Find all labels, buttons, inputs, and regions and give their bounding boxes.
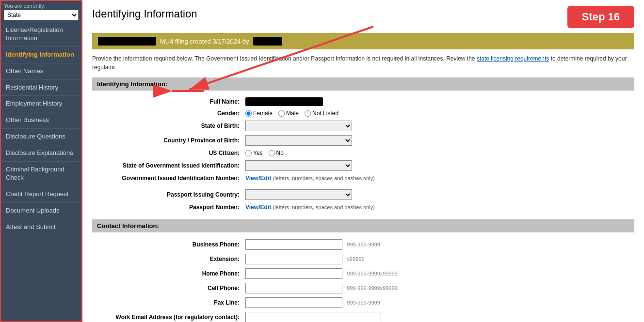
- sidebar-item-employment-history[interactable]: Employment History: [1, 96, 81, 112]
- extension-input[interactable]: [245, 254, 342, 264]
- work-email-input[interactable]: [245, 312, 381, 322]
- redacted-user: [253, 37, 282, 46]
- state-gov-id-select[interactable]: [245, 160, 352, 171]
- sidebar-item-attest-and-submit[interactable]: Attest and Submit: [1, 219, 81, 236]
- sidebar: You are currently: State License/Registr…: [0, 0, 82, 322]
- contact-section-header: Contact Information:: [92, 219, 634, 232]
- sidebar-item-document-uploads[interactable]: Document Uploads: [1, 203, 81, 219]
- sidebar-nav: License/Registration InformationIdentify…: [1, 22, 81, 235]
- business-phone-hint: 999-999-9999: [347, 242, 380, 247]
- page-title: Identifying Information: [92, 8, 197, 20]
- cell-phone-input[interactable]: [245, 283, 342, 293]
- step-badge: Step 16: [567, 6, 634, 28]
- us-citizen-yes-radio[interactable]: [245, 150, 252, 156]
- gender-radio-group: Female Male Not Listed: [245, 110, 631, 117]
- business-phone-label: Business Phone:: [92, 237, 242, 252]
- us-citizen-yes-option[interactable]: Yes: [245, 150, 263, 156]
- sidebar-item-criminal-background-check[interactable]: Criminal Background Check: [1, 162, 81, 186]
- passport-hint: (letters, numbers, spaces and dashes onl…: [273, 204, 374, 210]
- work-email-label: Work Email Address (for regulatory conta…: [92, 310, 242, 322]
- gender-label: Gender:: [92, 108, 242, 119]
- gov-id-hint: (letters, numbers, spaces and dashes onl…: [273, 175, 374, 181]
- us-citizen-radio-group: Yes No: [245, 150, 631, 156]
- sidebar-item-residential-history[interactable]: Residential History: [1, 80, 81, 96]
- main-content: Identifying Information Step 16 MU4 fili…: [82, 0, 644, 322]
- us-citizen-label: US Citizen:: [92, 148, 242, 158]
- us-citizen-no-option[interactable]: No: [269, 150, 284, 156]
- fax-line-input[interactable]: [245, 297, 342, 308]
- state-label-text: You are currently:: [4, 3, 79, 9]
- full-name-value: [242, 95, 634, 108]
- filing-banner: MU4 filing created 3/17/2024 by: [92, 33, 634, 49]
- full-name-label: Full Name:: [92, 95, 242, 108]
- cell-phone-hint: 999-999-9999x99999: [347, 285, 398, 291]
- country-birth-label: Country / Province of Birth:: [92, 133, 242, 148]
- sidebar-item-other-business[interactable]: Other Business: [1, 112, 81, 129]
- identifying-section-header: Identifying Information:: [92, 77, 634, 91]
- country-birth-select[interactable]: [245, 135, 352, 146]
- us-citizen-no-radio[interactable]: [269, 150, 275, 156]
- sidebar-item-license-registration[interactable]: License/Registration Information: [1, 22, 81, 47]
- extension-hint: x99999: [347, 256, 364, 262]
- redacted-name: [98, 37, 156, 46]
- gender-not-listed-radio[interactable]: [305, 110, 311, 117]
- cell-phone-label: Cell Phone:: [92, 281, 242, 295]
- filing-text: MU4 filing created 3/17/2024 by: [160, 38, 249, 45]
- state-licensing-link[interactable]: state licensing requirements: [477, 55, 549, 62]
- redacted-full-name: [245, 97, 323, 106]
- description-text: Provide the information required below. …: [92, 54, 634, 72]
- identifying-form-table: Full Name: Gender: Female Male: [92, 95, 634, 213]
- passport-country-label: Passport Issuing Country:: [92, 187, 242, 202]
- gender-not-listed-option[interactable]: Not Listed: [305, 110, 338, 117]
- passport-country-select[interactable]: [245, 189, 352, 200]
- sidebar-item-other-names[interactable]: Other Names: [1, 63, 81, 80]
- fax-line-label: Fax Line:: [92, 295, 242, 310]
- passport-number-label: Passport Number:: [92, 202, 242, 213]
- business-phone-input[interactable]: [245, 239, 342, 250]
- passport-view-edit-link[interactable]: View/Edit: [245, 204, 271, 211]
- gender-female-option[interactable]: Female: [245, 110, 273, 117]
- gender-female-radio[interactable]: [245, 110, 252, 117]
- home-phone-input[interactable]: [245, 268, 342, 279]
- sidebar-item-identifying-information[interactable]: Identifying Information: [1, 47, 81, 63]
- contact-form-table: Business Phone: 999-999-9999 Extension: …: [92, 237, 634, 322]
- fax-hint: 999-999-9999: [347, 300, 380, 306]
- gender-male-radio[interactable]: [278, 110, 285, 117]
- sidebar-item-disclosure-questions[interactable]: Disclosure Questions: [1, 129, 81, 145]
- state-dropdown[interactable]: State: [4, 10, 79, 20]
- home-phone-label: Home Phone:: [92, 266, 242, 281]
- gender-male-option[interactable]: Male: [278, 110, 299, 117]
- home-phone-hint: 999-999-9999x99999: [347, 271, 398, 276]
- state-selector-row: You are currently: State: [1, 1, 81, 22]
- sidebar-item-disclosure-explanations[interactable]: Disclosure Explanations: [1, 145, 81, 162]
- gov-id-view-edit-link[interactable]: View/Edit: [245, 175, 271, 182]
- state-birth-label: State of Birth:: [92, 119, 242, 133]
- sidebar-item-credit-report-request[interactable]: Credit Report Request: [1, 186, 81, 203]
- extension-label: Extension:: [92, 252, 242, 266]
- state-birth-select[interactable]: [245, 121, 352, 131]
- gov-id-number-label: Government Issued Identification Number:: [92, 173, 242, 184]
- state-gov-id-label: State of Government Issued Identificatio…: [92, 158, 242, 173]
